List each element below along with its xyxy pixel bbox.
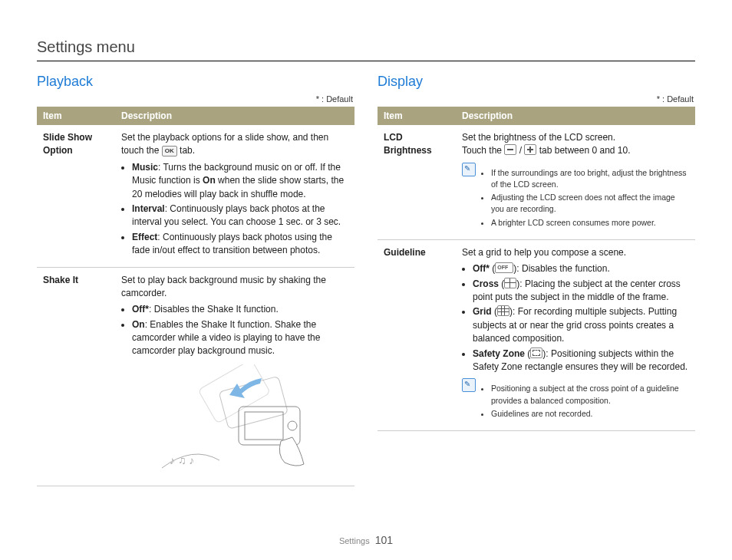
col-desc: Description — [456, 107, 695, 125]
text: ): Disables the function. — [513, 263, 609, 274]
minus-icon — [504, 144, 516, 155]
plus-icon — [524, 144, 536, 155]
playback-heading: Playback — [37, 74, 354, 90]
col-item: Item — [37, 107, 115, 125]
display-heading: Display — [378, 74, 695, 90]
note-list: If the surroundings are too bright, adju… — [480, 166, 689, 230]
note-box: If the surroundings are too bright, adju… — [462, 163, 689, 233]
intro-text-b: tab. — [180, 145, 195, 156]
text: : Disables the Shake It function. — [149, 304, 279, 315]
bullet: Interval: Continuously plays back photos… — [132, 203, 348, 229]
label: On — [132, 319, 145, 330]
note-box: Positioning a subject at the cross point… — [462, 378, 689, 424]
row-item: LCD Brightness — [378, 125, 456, 239]
label: Off* — [132, 304, 149, 315]
playback-column: Playback * : Default Item Description Sl… — [37, 74, 354, 486]
note: If the surroundings are too bright, adju… — [491, 167, 689, 190]
bullet-list: Off* (): Disables the function. Cross ()… — [473, 262, 689, 374]
bullet: Safety Zone (): Positioning subjects wit… — [473, 348, 689, 374]
table-row: Slide Show Option Set the playback optio… — [37, 125, 354, 267]
note-icon — [462, 163, 476, 176]
safety-zone-icon — [530, 348, 542, 358]
label: Off* — [473, 263, 490, 274]
note: Positioning a subject at the cross point… — [491, 383, 689, 406]
label: Cross — [473, 278, 499, 289]
label: Music — [132, 162, 158, 173]
bullet: Music: Turns the background music on or … — [132, 161, 348, 201]
intro-text: Set the playback options for a slide sho… — [121, 132, 328, 156]
table-header: Item Description — [37, 107, 354, 125]
bullet: Effect: Continuously plays back photos u… — [132, 231, 348, 258]
page-title: Settings menu — [37, 38, 695, 56]
note: A brighter LCD screen consumes more powe… — [491, 217, 689, 229]
row-item: Guideline — [378, 239, 456, 430]
cross-icon — [504, 278, 516, 288]
shake-it-illustration: ♪ ♫ ♪ — [147, 364, 323, 479]
playback-table: Item Description Slide Show Option Set t… — [37, 107, 354, 486]
row-desc: Set the brightness of the LCD screen. To… — [456, 125, 695, 239]
intro-text: Set the brightness of the LCD screen. — [462, 131, 689, 144]
bullet: Cross (): Placing the subject at the cen… — [473, 278, 689, 305]
row-desc: Set to play back background music by sha… — [115, 267, 354, 486]
display-column: Display * : Default Item Description LCD… — [378, 74, 695, 486]
off-icon — [495, 262, 513, 273]
default-legend: * : Default — [37, 94, 353, 104]
bullet: Grid (): For recording multiple subjects… — [473, 305, 689, 345]
default-legend: * : Default — [378, 94, 694, 104]
note: Guidelines are not recorded. — [491, 408, 689, 420]
bullet: Off*: Disables the Shake It function. — [132, 303, 348, 316]
label: Grid — [473, 306, 492, 317]
manual-page: Settings menu Playback * : Default Item … — [0, 0, 732, 560]
note: Adjusting the LCD screen does not affect… — [491, 192, 689, 215]
t: Touch the — [462, 145, 504, 156]
t: / — [519, 145, 525, 156]
label: Interval — [132, 203, 165, 214]
display-table: Item Description LCD Brightness Set the … — [378, 107, 695, 431]
ok-icon: OK — [162, 146, 177, 156]
intro-text: Set a grid to help you compose a scene. — [462, 246, 689, 259]
bullet: On: Enables the Shake It function. Shake… — [132, 318, 348, 358]
bullet-list: Off*: Disables the Shake It function. On… — [132, 303, 348, 358]
title-rule — [37, 61, 695, 61]
table-row: LCD Brightness Set the brightness of the… — [378, 125, 695, 239]
row-desc: Set the playback options for a slide sho… — [115, 125, 354, 267]
row-desc: Set a grid to help you compose a scene. … — [456, 239, 695, 430]
text: : Continuously plays back photos using t… — [132, 232, 332, 255]
t: tab between 0 and 10. — [539, 145, 631, 156]
bullet: Off* (): Disables the function. — [473, 262, 689, 275]
two-column-layout: Playback * : Default Item Description Sl… — [37, 74, 695, 486]
table-row: Shake It Set to play back background mus… — [37, 267, 354, 486]
bullet-list: Music: Turns the background music on or … — [132, 161, 348, 258]
col-item: Item — [378, 107, 456, 125]
page-number: 101 — [375, 534, 393, 546]
note-list: Positioning a subject at the cross point… — [480, 381, 689, 421]
label: Effect — [132, 232, 157, 242]
footer-section: Settings — [339, 536, 370, 545]
table-header: Item Description — [378, 107, 695, 125]
note-icon — [462, 378, 476, 392]
text: : Enables the Shake It function. Shake t… — [132, 319, 320, 357]
grid-icon — [497, 305, 509, 316]
label: Safety Zone — [473, 348, 525, 359]
row-item: Slide Show Option — [37, 125, 115, 267]
col-desc: Description — [115, 107, 354, 125]
svg-text:♪ ♫ ♪: ♪ ♫ ♪ — [170, 454, 194, 466]
on-word: On — [203, 175, 216, 186]
row-item: Shake It — [37, 267, 115, 486]
intro-text: Set to play back background music by sha… — [121, 274, 348, 301]
line2: Touch the / tab between 0 and 10. — [462, 144, 689, 157]
table-row: Guideline Set a grid to help you compose… — [378, 239, 695, 430]
page-footer: Settings 101 — [0, 534, 732, 546]
